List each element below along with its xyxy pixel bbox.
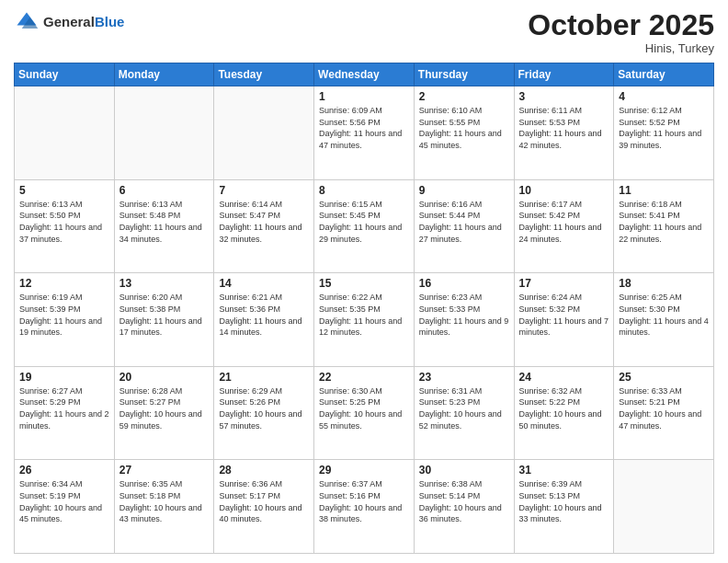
logo: GeneralBlue <box>14 9 124 35</box>
day-number: 7 <box>219 184 309 197</box>
day-number: 1 <box>319 90 409 103</box>
calendar-cell: 26Sunrise: 6:34 AMSunset: 5:19 PMDayligh… <box>15 460 115 554</box>
day-number: 3 <box>519 90 609 103</box>
day-number: 5 <box>19 184 109 197</box>
logo-icon <box>14 9 40 35</box>
day-info: Sunrise: 6:27 AMSunset: 5:29 PMDaylight:… <box>19 385 109 431</box>
logo-blue: Blue <box>95 14 125 29</box>
day-number: 16 <box>419 277 509 290</box>
day-info: Sunrise: 6:39 AMSunset: 5:13 PMDaylight:… <box>519 478 609 524</box>
day-header-saturday: Saturday <box>614 63 714 86</box>
day-info: Sunrise: 6:23 AMSunset: 5:33 PMDaylight:… <box>419 292 509 338</box>
day-info: Sunrise: 6:28 AMSunset: 5:27 PMDaylight:… <box>119 385 210 431</box>
day-info: Sunrise: 6:12 AMSunset: 5:52 PMDaylight:… <box>619 105 709 151</box>
calendar-cell: 4Sunrise: 6:12 AMSunset: 5:52 PMDaylight… <box>614 86 714 180</box>
calendar-cell: 7Sunrise: 6:14 AMSunset: 5:47 PMDaylight… <box>214 179 314 273</box>
calendar-cell: 19Sunrise: 6:27 AMSunset: 5:29 PMDayligh… <box>15 366 115 460</box>
day-info: Sunrise: 6:37 AMSunset: 5:16 PMDaylight:… <box>319 478 409 524</box>
calendar-table: SundayMondayTuesdayWednesdayThursdayFrid… <box>14 63 714 554</box>
calendar-cell: 16Sunrise: 6:23 AMSunset: 5:33 PMDayligh… <box>414 273 514 367</box>
day-number: 23 <box>419 371 509 384</box>
day-header-friday: Friday <box>514 63 614 86</box>
calendar-cell: 12Sunrise: 6:19 AMSunset: 5:39 PMDayligh… <box>15 273 115 367</box>
day-info: Sunrise: 6:36 AMSunset: 5:17 PMDaylight:… <box>219 478 309 524</box>
calendar-cell: 1Sunrise: 6:09 AMSunset: 5:56 PMDaylight… <box>314 86 415 180</box>
calendar-cell <box>114 86 214 180</box>
header: GeneralBlue October 2025 Hinis, Turkey <box>14 9 714 55</box>
calendar-cell: 30Sunrise: 6:38 AMSunset: 5:14 PMDayligh… <box>414 460 514 554</box>
day-info: Sunrise: 6:09 AMSunset: 5:56 PMDaylight:… <box>319 105 409 151</box>
day-info: Sunrise: 6:19 AMSunset: 5:39 PMDaylight:… <box>19 292 109 338</box>
day-info: Sunrise: 6:13 AMSunset: 5:48 PMDaylight:… <box>119 199 210 245</box>
calendar-cell: 8Sunrise: 6:15 AMSunset: 5:45 PMDaylight… <box>314 179 415 273</box>
calendar-cell <box>214 86 314 180</box>
day-info: Sunrise: 6:13 AMSunset: 5:50 PMDaylight:… <box>19 199 109 245</box>
day-header-thursday: Thursday <box>414 63 514 86</box>
calendar-cell: 17Sunrise: 6:24 AMSunset: 5:32 PMDayligh… <box>514 273 614 367</box>
day-number: 4 <box>619 90 709 103</box>
month-title: October 2025 <box>528 9 714 41</box>
day-info: Sunrise: 6:15 AMSunset: 5:45 PMDaylight:… <box>319 199 409 245</box>
day-info: Sunrise: 6:38 AMSunset: 5:14 PMDaylight:… <box>419 478 509 524</box>
calendar-cell: 29Sunrise: 6:37 AMSunset: 5:16 PMDayligh… <box>314 460 415 554</box>
day-info: Sunrise: 6:16 AMSunset: 5:44 PMDaylight:… <box>419 199 509 245</box>
calendar-cell: 24Sunrise: 6:32 AMSunset: 5:22 PMDayligh… <box>514 366 614 460</box>
day-header-monday: Monday <box>114 63 214 86</box>
calendar-cell: 21Sunrise: 6:29 AMSunset: 5:26 PMDayligh… <box>214 366 314 460</box>
day-info: Sunrise: 6:25 AMSunset: 5:30 PMDaylight:… <box>619 292 709 338</box>
day-number: 9 <box>419 184 509 197</box>
day-info: Sunrise: 6:32 AMSunset: 5:22 PMDaylight:… <box>519 385 609 431</box>
day-info: Sunrise: 6:14 AMSunset: 5:47 PMDaylight:… <box>219 199 309 245</box>
calendar-cell: 23Sunrise: 6:31 AMSunset: 5:23 PMDayligh… <box>414 366 514 460</box>
day-info: Sunrise: 6:31 AMSunset: 5:23 PMDaylight:… <box>419 385 509 431</box>
calendar-header-row: SundayMondayTuesdayWednesdayThursdayFrid… <box>15 63 714 86</box>
day-number: 20 <box>119 371 210 384</box>
day-info: Sunrise: 6:22 AMSunset: 5:35 PMDaylight:… <box>319 292 409 338</box>
day-number: 27 <box>119 464 210 477</box>
calendar-cell: 3Sunrise: 6:11 AMSunset: 5:53 PMDaylight… <box>514 86 614 180</box>
calendar-week-4: 19Sunrise: 6:27 AMSunset: 5:29 PMDayligh… <box>15 366 714 460</box>
calendar-cell: 22Sunrise: 6:30 AMSunset: 5:25 PMDayligh… <box>314 366 415 460</box>
day-info: Sunrise: 6:17 AMSunset: 5:42 PMDaylight:… <box>519 199 609 245</box>
day-info: Sunrise: 6:18 AMSunset: 5:41 PMDaylight:… <box>619 199 709 245</box>
calendar-week-1: 1Sunrise: 6:09 AMSunset: 5:56 PMDaylight… <box>15 86 714 180</box>
day-number: 18 <box>619 277 709 290</box>
calendar-cell: 13Sunrise: 6:20 AMSunset: 5:38 PMDayligh… <box>114 273 214 367</box>
day-header-wednesday: Wednesday <box>314 63 415 86</box>
day-number: 6 <box>119 184 210 197</box>
day-info: Sunrise: 6:10 AMSunset: 5:55 PMDaylight:… <box>419 105 509 151</box>
calendar-cell: 25Sunrise: 6:33 AMSunset: 5:21 PMDayligh… <box>614 366 714 460</box>
calendar-week-3: 12Sunrise: 6:19 AMSunset: 5:39 PMDayligh… <box>15 273 714 367</box>
day-number: 12 <box>19 277 109 290</box>
location-subtitle: Hinis, Turkey <box>528 41 714 55</box>
day-number: 8 <box>319 184 409 197</box>
day-number: 22 <box>319 371 409 384</box>
day-number: 21 <box>219 371 309 384</box>
day-info: Sunrise: 6:29 AMSunset: 5:26 PMDaylight:… <box>219 385 309 431</box>
day-number: 11 <box>619 184 709 197</box>
day-number: 28 <box>219 464 309 477</box>
logo-general: General <box>43 14 95 29</box>
day-number: 2 <box>419 90 509 103</box>
calendar-cell: 2Sunrise: 6:10 AMSunset: 5:55 PMDaylight… <box>414 86 514 180</box>
day-info: Sunrise: 6:24 AMSunset: 5:32 PMDaylight:… <box>519 292 609 338</box>
day-number: 24 <box>519 371 609 384</box>
day-number: 29 <box>319 464 409 477</box>
page: GeneralBlue October 2025 Hinis, Turkey S… <box>0 0 728 563</box>
calendar-week-2: 5Sunrise: 6:13 AMSunset: 5:50 PMDaylight… <box>15 179 714 273</box>
title-block: October 2025 Hinis, Turkey <box>528 9 714 55</box>
day-number: 10 <box>519 184 609 197</box>
calendar-cell: 6Sunrise: 6:13 AMSunset: 5:48 PMDaylight… <box>114 179 214 273</box>
calendar-cell: 5Sunrise: 6:13 AMSunset: 5:50 PMDaylight… <box>15 179 115 273</box>
day-number: 15 <box>319 277 409 290</box>
calendar-cell: 27Sunrise: 6:35 AMSunset: 5:18 PMDayligh… <box>114 460 214 554</box>
day-number: 26 <box>19 464 109 477</box>
logo-text: GeneralBlue <box>43 15 124 30</box>
day-info: Sunrise: 6:34 AMSunset: 5:19 PMDaylight:… <box>19 478 109 524</box>
calendar-cell <box>15 86 115 180</box>
day-number: 17 <box>519 277 609 290</box>
day-number: 31 <box>519 464 609 477</box>
day-number: 13 <box>119 277 210 290</box>
calendar-cell: 31Sunrise: 6:39 AMSunset: 5:13 PMDayligh… <box>514 460 614 554</box>
calendar-cell: 18Sunrise: 6:25 AMSunset: 5:30 PMDayligh… <box>614 273 714 367</box>
